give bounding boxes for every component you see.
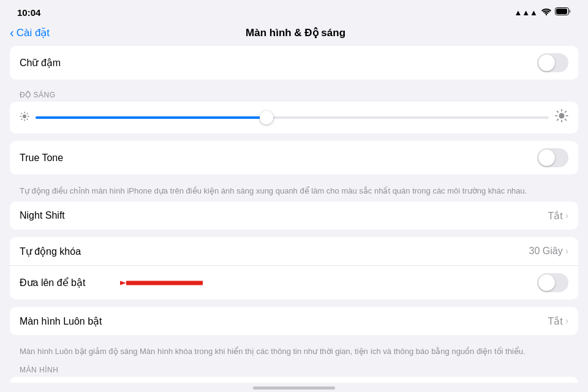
toggle-thumb-true-tone bbox=[538, 149, 555, 166]
brightness-section-label: ĐỘ SÁNG bbox=[10, 87, 578, 102]
svg-line-11 bbox=[27, 113, 28, 115]
true-tone-label: True Tone bbox=[20, 153, 537, 164]
back-chevron-icon: ‹ bbox=[10, 26, 14, 40]
status-time: 10:04 bbox=[17, 7, 40, 18]
lock-wake-card: Tự động khóa 30 Giây › Đưa lên để bật bbox=[10, 237, 578, 300]
signal-icon: ▲▲▲ bbox=[514, 8, 538, 17]
status-icons: ▲▲▲ bbox=[514, 7, 571, 17]
true-tone-card: True Tone bbox=[10, 141, 578, 175]
always-on-label: Màn hình Luôn bật bbox=[20, 315, 548, 327]
always-on-row[interactable]: Màn hình Luôn bật Tắt › bbox=[10, 307, 578, 335]
svg-rect-3 bbox=[556, 9, 567, 14]
svg-rect-2 bbox=[569, 10, 571, 13]
brightness-slider[interactable] bbox=[36, 116, 549, 119]
auto-lock-label: Tự động khóa bbox=[20, 246, 529, 257]
toggle-thumb bbox=[538, 55, 555, 71]
nav-bar: ‹ Cài đặt Màn hình & Độ sáng bbox=[0, 22, 588, 46]
screen-section-label: MÀN HÌNH bbox=[10, 362, 578, 377]
svg-point-13 bbox=[559, 113, 565, 119]
auto-lock-chevron-icon: › bbox=[565, 246, 568, 257]
svg-line-9 bbox=[21, 113, 23, 115]
true-tone-toggle[interactable] bbox=[537, 148, 568, 167]
auto-lock-value: 30 Giây bbox=[529, 246, 563, 257]
phone-screen: 10:04 ▲▲▲ ‹ Cài bbox=[0, 0, 588, 392]
nav-back-label: Cài đặt bbox=[17, 26, 50, 39]
svg-point-4 bbox=[23, 115, 26, 118]
true-tone-description: Tự động điều chỉnh màn hình iPhone dựa t… bbox=[10, 182, 578, 202]
bold-text-card: Chữ đậm bbox=[10, 46, 578, 80]
toggle-thumb-raise bbox=[538, 274, 555, 291]
bold-text-toggle[interactable] bbox=[537, 53, 568, 72]
night-shift-row[interactable]: Night Shift Tắt › bbox=[10, 202, 578, 230]
always-on-chevron-icon: › bbox=[565, 315, 568, 326]
slider-fill bbox=[36, 116, 266, 119]
sun-large-icon bbox=[555, 109, 568, 126]
night-shift-value: Tắt bbox=[548, 210, 562, 222]
auto-lock-row[interactable]: Tự động khóa 30 Giây › bbox=[10, 237, 578, 265]
raise-to-wake-label: Đưa lên để bật bbox=[20, 277, 537, 288]
night-shift-label: Night Shift bbox=[20, 210, 548, 221]
red-arrow-annotation bbox=[120, 272, 206, 294]
always-on-card: Màn hình Luôn bật Tắt › bbox=[10, 307, 578, 335]
bold-text-row: Chữ đậm bbox=[10, 46, 578, 80]
nav-back-button[interactable]: ‹ Cài đặt bbox=[10, 26, 50, 40]
svg-line-18 bbox=[557, 111, 559, 113]
night-shift-chevron-icon: › bbox=[565, 210, 568, 221]
svg-point-0 bbox=[546, 13, 547, 15]
sun-small-icon bbox=[20, 111, 29, 124]
wifi-icon bbox=[541, 8, 551, 17]
svg-line-10 bbox=[27, 119, 28, 120]
raise-to-wake-row: Đưa lên để bật bbox=[10, 265, 578, 300]
battery-icon bbox=[555, 7, 571, 17]
svg-line-19 bbox=[565, 119, 567, 121]
slider-thumb bbox=[260, 111, 273, 124]
home-indicator bbox=[253, 386, 335, 390]
always-on-description: Màn hình Luôn bật giảm độ sáng Màn hình … bbox=[10, 342, 578, 362]
display-zoom-card: Thu phóng màn hình Mặc định › bbox=[10, 377, 578, 383]
content-area: Chữ đậm ĐỘ SÁNG bbox=[0, 46, 588, 383]
brightness-section bbox=[10, 102, 578, 134]
bold-text-label: Chữ đậm bbox=[20, 57, 537, 69]
raise-to-wake-toggle[interactable] bbox=[537, 273, 568, 292]
svg-line-21 bbox=[557, 119, 559, 121]
night-shift-card: Night Shift Tắt › bbox=[10, 202, 578, 230]
status-bar: 10:04 ▲▲▲ bbox=[0, 0, 588, 22]
display-zoom-row[interactable]: Thu phóng màn hình Mặc định › bbox=[10, 377, 578, 383]
nav-title: Màn hình & Độ sáng bbox=[50, 26, 541, 39]
true-tone-row: True Tone bbox=[10, 141, 578, 175]
brightness-slider-row bbox=[20, 109, 568, 126]
svg-line-12 bbox=[21, 119, 23, 120]
always-on-value: Tắt bbox=[548, 315, 562, 327]
svg-line-20 bbox=[565, 111, 567, 113]
